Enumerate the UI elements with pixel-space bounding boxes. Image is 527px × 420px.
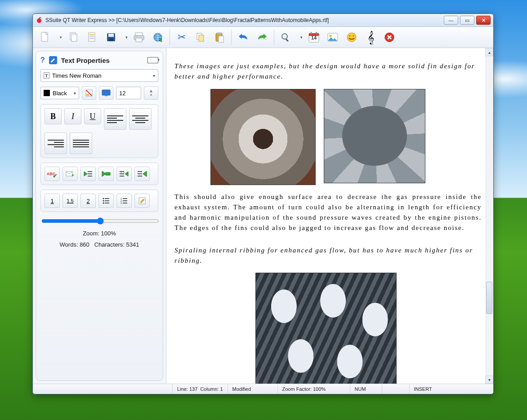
status-modified: Modified (228, 384, 278, 394)
save-button[interactable] (102, 28, 129, 46)
svg-rect-3 (71, 34, 77, 41)
app-window: SSuite QT Writer Express >> [C:\Users\Wi… (32, 13, 494, 394)
bold-button[interactable]: B (45, 108, 62, 124)
char-count: Characters: 5341 (94, 241, 139, 248)
italic-button[interactable]: I (64, 108, 81, 124)
align-right-button[interactable] (45, 133, 67, 154)
edit-styles-button[interactable] (134, 194, 150, 208)
new-document-button[interactable] (36, 28, 63, 46)
tools-group: ABC✔ (40, 163, 158, 185)
highlight-button[interactable] (82, 86, 96, 100)
minimize-button[interactable]: — (444, 16, 458, 25)
svg-point-51 (103, 200, 104, 202)
embedded-image-2[interactable] (324, 89, 425, 183)
scroll-down-button[interactable]: ▾ (485, 376, 493, 384)
svg-rect-6 (89, 36, 94, 37)
word-count: Words: 860 (60, 241, 89, 248)
font-size-stepper[interactable]: AA (144, 86, 158, 100)
svg-rect-60 (123, 203, 127, 203)
cut-button[interactable]: ✂ (173, 28, 191, 46)
align-justify-button[interactable] (70, 133, 92, 154)
embedded-image-1[interactable] (210, 89, 316, 185)
main-toolbar: ✂ MAY 14 𝄞 (33, 27, 493, 48)
svg-rect-40 (88, 173, 92, 174)
status-line: Line: 137 Column: 1 (173, 384, 228, 394)
zoom-slider[interactable] (41, 217, 159, 225)
text-properties-panel: ? Text Properties T Times New Roman ▾ Bl… (36, 51, 163, 381)
align-center-button[interactable] (129, 108, 152, 130)
screen-color-button[interactable] (99, 86, 113, 100)
open-button[interactable] (83, 28, 101, 46)
font-family-select[interactable]: T Times New Roman ▾ (40, 69, 158, 82)
numbered-list-button[interactable]: 123 (116, 194, 132, 208)
status-zoom: Zoom Factor: 100% (278, 384, 350, 394)
svg-rect-13 (136, 38, 142, 42)
svg-rect-7 (89, 38, 94, 39)
close-document-button[interactable] (380, 28, 398, 46)
svg-rect-20 (219, 36, 223, 42)
embedded-image-3[interactable] (255, 273, 397, 384)
line-spacing-1-button[interactable]: 1 (45, 194, 60, 208)
svg-rect-54 (105, 203, 109, 203)
titlebar: SSuite QT Writer Express >> [C:\Users\Wi… (33, 14, 493, 27)
scrollbar-thumb[interactable] (486, 282, 492, 314)
svg-rect-14 (135, 36, 138, 37)
status-num: NUM (350, 384, 382, 394)
font-color-select[interactable]: Black ▾ (40, 87, 79, 99)
documents-button[interactable] (64, 28, 82, 46)
zoom-label: Zoom: 100% (40, 230, 158, 237)
calendar-day-label: 14 (311, 35, 317, 40)
help-icon[interactable]: ? (40, 56, 45, 64)
svg-rect-11 (135, 33, 143, 35)
undo-button[interactable] (234, 28, 252, 46)
line-spacing-2-button[interactable]: 2 (80, 194, 96, 208)
line-spacing-1-5-button[interactable]: 1.5 (63, 194, 78, 208)
bullet-list-button[interactable] (98, 194, 114, 208)
svg-point-21 (282, 34, 287, 39)
maximize-button[interactable]: ▭ (460, 16, 474, 25)
svg-point-53 (103, 203, 104, 204)
content-area: ? Text Properties T Times New Roman ▾ Bl… (33, 48, 493, 384)
insert-symbol-button[interactable]: 𝄞 (362, 28, 380, 46)
insert-emoji-button[interactable] (343, 28, 361, 46)
font-size-input[interactable]: 12 (116, 87, 141, 99)
svg-point-30 (349, 35, 351, 37)
font-family-value: Times New Roman (52, 72, 102, 79)
indent-right-button[interactable] (116, 167, 132, 181)
stats-label: Words: 860 Characters: 5341 (40, 241, 158, 248)
svg-rect-45 (120, 176, 124, 177)
move-right-button[interactable] (134, 167, 150, 181)
find-button[interactable] (277, 28, 304, 46)
underline-button[interactable]: U (84, 108, 101, 124)
panel-collapse-icon[interactable] (147, 57, 158, 63)
redo-button[interactable] (253, 28, 271, 46)
svg-rect-52 (105, 200, 109, 201)
print-button[interactable] (130, 28, 148, 46)
paste-button[interactable] (210, 28, 228, 46)
svg-rect-43 (120, 171, 124, 172)
svg-rect-36 (102, 90, 110, 95)
vertical-scrollbar[interactable]: ▴ ▾ (486, 48, 493, 384)
export-web-button[interactable] (149, 28, 167, 46)
status-insert: INSERT (410, 384, 437, 394)
mail-merge-button[interactable] (63, 167, 78, 181)
treble-clef-icon: 𝄞 (367, 31, 374, 44)
move-left-button[interactable] (98, 167, 114, 181)
edit-icon[interactable] (49, 56, 58, 65)
copy-button[interactable] (192, 28, 210, 46)
scroll-up-button[interactable]: ▴ (485, 48, 493, 56)
svg-rect-44 (120, 173, 124, 174)
insert-picture-button[interactable] (324, 28, 342, 46)
close-window-button[interactable]: ✕ (476, 16, 491, 25)
outdent-left-button[interactable] (80, 167, 96, 181)
document-view[interactable]: These images are just examples, but the … (166, 48, 493, 384)
status-bar: Line: 137 Column: 1 Modified Zoom Factor… (33, 384, 493, 394)
spellcheck-button[interactable]: ABC✔ (45, 167, 60, 181)
doc-paragraph-1: These images are just examples, but the … (174, 62, 475, 80)
scissors-icon: ✂ (178, 31, 186, 43)
svg-point-31 (353, 35, 354, 37)
insert-date-button[interactable]: MAY 14 (305, 28, 323, 46)
spacing-group: 1 1.5 2 123 (40, 190, 158, 212)
calendar-month-label: MAY (312, 31, 317, 34)
align-left-button[interactable] (104, 108, 126, 130)
